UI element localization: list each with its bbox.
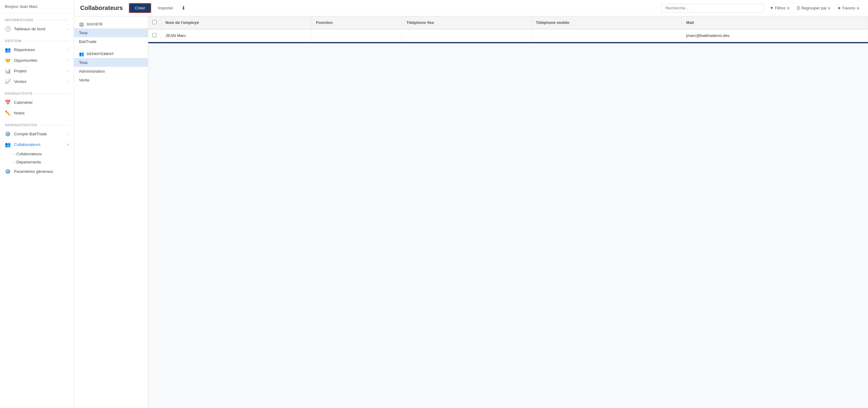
sidebar-item-label: Notes: [14, 111, 25, 115]
page-title: Collaborateurs: [80, 4, 123, 11]
sidebar-item-label: Projets: [14, 69, 27, 73]
col-fonction: Fonction: [312, 16, 402, 29]
sidebar-item-label: Opportunités: [14, 58, 37, 63]
sidebar-item-label: Répertoires: [14, 48, 35, 52]
sidebar-item-notes[interactable]: ✏️ Notes: [0, 108, 74, 118]
main-content: Collaborateurs Créer Importer ⬇ ▼ Filtre…: [74, 0, 868, 408]
filter-icon: ▼: [770, 6, 774, 10]
col-telephone-fixe: Téléphone fixe: [402, 16, 532, 29]
filter-vente[interactable]: Vente: [74, 76, 148, 84]
employees-table: Nom de l'employé Fonction Téléphone fixe…: [148, 16, 868, 42]
col-nom: Nom de l'employé: [161, 16, 312, 29]
sidebar-item-label: Calendrier: [14, 100, 33, 105]
section-label-productivite: PRODUCTIVITÉ: [0, 87, 74, 97]
col-telephone-mobile: Téléphone mobile: [531, 16, 682, 29]
regrouper-button[interactable]: ☰ Regrouper par ∨: [794, 4, 834, 12]
calendar-icon: 📅: [5, 99, 11, 105]
sidebar-item-label: Compte BatiTrade: [14, 132, 47, 136]
sidebar-item-label: Paramètres généraux: [14, 169, 53, 174]
blue-separator-bar: [148, 42, 868, 43]
filter-administration[interactable]: Administration: [74, 67, 148, 76]
chevron-right-icon: ›: [68, 132, 69, 136]
sidebar-item-calendrier[interactable]: 📅 Calendrier: [0, 97, 74, 108]
table-area: Nom de l'employé Fonction Téléphone fixe…: [148, 16, 868, 408]
sidebar-item-compte-batitrade[interactable]: ⚙️ Compte BatiTrade ›: [0, 128, 74, 139]
sidebar-item-label: Ventes: [14, 79, 26, 84]
clock-icon: 🕐: [5, 26, 11, 32]
create-button[interactable]: Créer: [129, 3, 151, 13]
sidebar: Bonjour Jean Marc INFORMATIONS 🕐 Tableau…: [0, 0, 74, 408]
pencil-icon: ✏️: [5, 110, 11, 116]
sidebar-item-label: Tableaux de bord: [14, 27, 45, 31]
sidebar-item-ventes[interactable]: 📈 Ventes ›: [0, 76, 74, 87]
select-all-checkbox[interactable]: [152, 20, 157, 24]
favoris-label: Favoris: [842, 6, 855, 10]
sidebar-sub-item-collaborateurs[interactable]: - Collaborateurs: [0, 150, 74, 158]
sidebar-item-collaborateurs[interactable]: 👥 Collaborateurs ∨: [0, 139, 74, 150]
people-icon: 👥: [5, 47, 11, 53]
row-telephone-fixe: [402, 29, 532, 42]
filter-tous-departement[interactable]: Tous: [74, 58, 148, 67]
regrouper-label: Regrouper par: [802, 6, 827, 10]
col-mail: Mail: [682, 16, 868, 29]
departement-section-label: DÉPARTEMENT: [87, 52, 114, 56]
row-telephone-mobile: [531, 29, 682, 42]
departement-icon: 👥: [79, 52, 84, 56]
handshake-icon: 🤝: [5, 58, 11, 63]
sidebar-item-projets[interactable]: 📊 Projets ›: [0, 66, 74, 76]
section-label-gestion: GESTION: [0, 34, 74, 45]
topbar-actions: ▼ Filtres ∨ ☰ Regrouper par ∨ ★ Favoris …: [767, 4, 862, 12]
chevron-down-icon: ∨: [857, 6, 860, 10]
sidebar-item-tableaux-de-bord[interactable]: 🕐 Tableaux de bord ›: [0, 24, 74, 34]
row-checkbox[interactable]: [148, 29, 161, 42]
filtres-label: Filtres: [775, 6, 785, 10]
trending-icon: 📈: [5, 79, 11, 84]
chevron-down-icon: ∨: [828, 6, 831, 10]
table-row[interactable]: JEAN Marc jmarc@batitrademo.dev: [148, 29, 868, 42]
chevron-right-icon: ›: [68, 48, 69, 52]
sidebar-item-parametres-generaux[interactable]: ⚙️ Paramètres généraux: [0, 166, 74, 177]
filter-tous-societe[interactable]: Tous: [74, 28, 148, 37]
search-input[interactable]: [661, 4, 764, 12]
row-nom: JEAN Marc: [161, 29, 312, 42]
chevron-down-icon: ∨: [787, 6, 790, 10]
section-label-informations: INFORMATIONS: [0, 13, 74, 24]
filter-batitrade[interactable]: BatiTrade: [74, 37, 148, 46]
collaborateurs-icon: 👥: [5, 142, 11, 147]
gear-icon: ⚙️: [5, 131, 11, 137]
import-button[interactable]: Importer: [155, 4, 176, 12]
chevron-right-icon: ›: [68, 69, 69, 73]
col-checkbox: [148, 16, 161, 29]
sidebar-user-greeting: Bonjour Jean Marc: [0, 0, 74, 13]
chart-icon: 📊: [5, 68, 11, 74]
download-button[interactable]: ⬇: [180, 3, 187, 13]
filter-panel: 🏢 SOCIÉTÉ Tous BatiTrade 👥 DÉPARTEMENT T…: [74, 16, 148, 408]
content-area: 🏢 SOCIÉTÉ Tous BatiTrade 👥 DÉPARTEMENT T…: [74, 16, 868, 408]
section-label-administration: ADMINISTRATION: [0, 118, 74, 128]
chevron-right-icon: ›: [68, 80, 69, 84]
societe-section-label: SOCIÉTÉ: [87, 22, 103, 26]
filtres-button[interactable]: ▼ Filtres ∨: [767, 4, 792, 12]
table-header-row: Nom de l'employé Fonction Téléphone fixe…: [148, 16, 868, 29]
topbar: Collaborateurs Créer Importer ⬇ ▼ Filtre…: [74, 0, 868, 16]
sidebar-item-label: Collaborateurs: [14, 142, 40, 147]
chevron-right-icon: ›: [68, 59, 69, 62]
societe-icon: 🏢: [79, 22, 84, 27]
row-select-checkbox[interactable]: [152, 33, 157, 37]
row-mail: jmarc@batitrademo.dev: [682, 29, 868, 42]
societe-section-header: 🏢 SOCIÉTÉ: [74, 19, 148, 28]
sidebar-item-repertoires[interactable]: 👥 Répertoires ›: [0, 45, 74, 55]
settings-icon: ⚙️: [5, 169, 11, 174]
star-icon: ★: [837, 6, 841, 10]
sidebar-sub-item-departements[interactable]: - Départements: [0, 158, 74, 166]
row-fonction: [312, 29, 402, 42]
chevron-down-icon: ∨: [66, 143, 69, 146]
list-icon: ☰: [797, 6, 800, 10]
departement-section-header: 👥 DÉPARTEMENT: [74, 49, 148, 58]
chevron-right-icon: ›: [68, 27, 69, 31]
sidebar-item-opportunites[interactable]: 🤝 Opportunités ›: [0, 55, 74, 66]
favoris-button[interactable]: ★ Favoris ∨: [835, 4, 862, 12]
